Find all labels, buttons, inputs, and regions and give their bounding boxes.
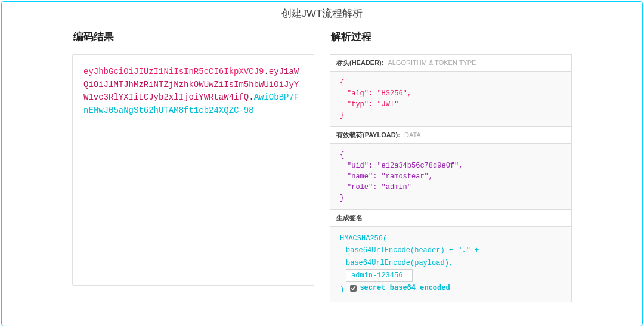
header-close-brace: } xyxy=(340,111,344,119)
encoded-heading: 编码结果 xyxy=(72,30,314,44)
header-label-secondary: ALGORITHM & TOKEN TYPE xyxy=(388,59,476,66)
decoded-heading: 解析过程 xyxy=(330,30,572,44)
payload-role-line: "role": "admin" xyxy=(340,182,562,193)
payload-open-brace: { xyxy=(340,151,344,159)
header-open-brace: { xyxy=(340,79,344,87)
payload-section: 有效载荷(PAYLOAD): DATA { "uid": "e12a34b56c… xyxy=(330,127,572,210)
signature-body: HMACSHA256( base64UrlEncode(header) + ".… xyxy=(330,227,571,302)
secret-input[interactable] xyxy=(346,269,413,282)
header-body: { "alg": "HS256", "typ": "JWT" } xyxy=(330,72,571,126)
payload-name-line: "name": "ramostear", xyxy=(340,171,562,182)
header-typ-line: "typ": "JWT" xyxy=(340,99,562,110)
signature-section-title: 生成签名 xyxy=(330,210,571,227)
sig-close-paren: ) xyxy=(340,286,344,294)
signature-label-primary: 生成签名 xyxy=(336,214,363,221)
payload-uid-line: "uid": "e12a34b56c78d9e0f", xyxy=(340,160,562,171)
encoded-dot-1: . xyxy=(264,67,268,76)
payload-close-brace: } xyxy=(340,194,344,202)
jwt-flow-container: 创建JWT流程解析 编码结果 eyJhbGciOiJIUzI1NiIsInR5c… xyxy=(1,1,643,326)
payload-label-primary: 有效载荷(PAYLOAD): xyxy=(336,131,400,138)
payload-section-title: 有效载荷(PAYLOAD): DATA xyxy=(330,127,571,144)
decoded-column: 解析过程 标头(HEADER): ALGORITHM & TOKEN TYPE … xyxy=(330,30,572,302)
decode-panel: 标头(HEADER): ALGORITHM & TOKEN TYPE { "al… xyxy=(330,54,572,302)
encoded-token-box: eyJhbGciOiJIUzI1NiIsInR5cCI6IkpXVCJ9.eyJ… xyxy=(72,54,314,286)
header-section: 标头(HEADER): ALGORITHM & TOKEN TYPE { "al… xyxy=(330,54,572,127)
header-section-title: 标头(HEADER): ALGORITHM & TOKEN TYPE xyxy=(330,55,571,72)
sig-line-2: base64UrlEncode(header) + "." + xyxy=(340,245,562,256)
encoded-dot-2: . xyxy=(249,92,253,102)
header-alg-line: "alg": "HS256", xyxy=(340,88,562,99)
sig-line-1: HMACSHA256( xyxy=(340,233,562,245)
columns: 编码结果 eyJhbGciOiJIUzI1NiIsInR5cCI6IkpXVCJ… xyxy=(14,30,630,302)
payload-label-secondary: DATA xyxy=(404,131,421,138)
secret-base64-checkbox[interactable] xyxy=(350,285,357,292)
sig-line-3: base64UrlEncode(payload), xyxy=(340,257,562,269)
page-title: 创建JWT流程解析 xyxy=(14,7,630,20)
signature-section: 生成签名 HMACSHA256( base64UrlEncode(header)… xyxy=(330,210,572,302)
payload-body: { "uid": "e12a34b56c78d9e0f", "name": "r… xyxy=(330,144,571,209)
encoded-header-segment: eyJhbGciOiJIUzI1NiIsInR5cCI6IkpXVCJ9 xyxy=(83,67,264,76)
header-label-primary: 标头(HEADER): xyxy=(336,59,383,66)
encoded-column: 编码结果 eyJhbGciOiJIUzI1NiIsInR5cCI6IkpXVCJ… xyxy=(72,30,314,302)
secret-base64-label: secret base64 encoded xyxy=(360,282,450,294)
